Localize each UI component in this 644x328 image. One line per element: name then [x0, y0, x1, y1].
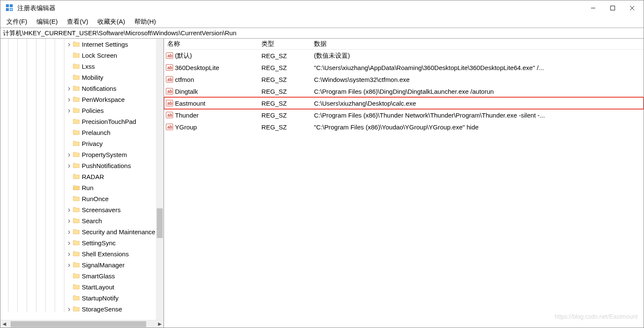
window-title: 注册表编辑器 [17, 4, 56, 12]
expander-icon[interactable]: › [66, 205, 72, 214]
folder-icon [72, 239, 80, 246]
list-header: 名称 类型 数据 [164, 39, 644, 50]
tree-item-radar[interactable]: RADAR [0, 171, 164, 182]
value-row[interactable]: 360DesktopLiteREG_SZ"C:\Users\xiuzhang\A… [164, 62, 644, 73]
menu-edit[interactable]: 编辑(E) [35, 17, 59, 27]
menubar: 文件(F) 编辑(E) 查看(V) 收藏夹(A) 帮助(H) [0, 16, 644, 28]
tree-item-startupnotify[interactable]: StartupNotify [0, 292, 164, 303]
tree-item-smartglass[interactable]: SmartGlass [0, 270, 164, 281]
maximize-button[interactable] [603, 1, 622, 15]
scroll-right-icon[interactable]: ▶ [156, 321, 164, 327]
value-name-cell: 360DesktopLite [164, 64, 258, 71]
tree-item-shell-extensions[interactable]: ›Shell Extensions [0, 248, 164, 259]
tree-item-storagesense[interactable]: ›StorageSense [0, 303, 164, 314]
expander-icon[interactable]: › [66, 95, 72, 104]
expander-icon[interactable]: › [66, 250, 72, 258]
folder-icon [72, 52, 80, 59]
value-row[interactable]: YGroupREG_SZ"C:\Program Files (x86)\Youd… [164, 121, 644, 133]
tree-item-label: Internet Settings [82, 41, 128, 48]
tree-item-settingsync[interactable]: ›SettingSync [0, 237, 164, 248]
tree-item-lock-screen[interactable]: Lock Screen [0, 50, 164, 61]
tree-item-security-and-maintenance[interactable]: ›Security and Maintenance [0, 226, 164, 237]
value-row[interactable]: DingtalkREG_SZC:\Program Files (x86)\Din… [164, 85, 644, 97]
expander-icon[interactable]: › [66, 227, 72, 236]
tree-item-screensavers[interactable]: ›Screensavers [0, 204, 164, 215]
tree-item-label: Security and Maintenance [82, 228, 155, 235]
expander-icon[interactable]: › [66, 106, 72, 115]
tree-item-signalmanager[interactable]: ›SignalManager [0, 259, 164, 270]
string-value-icon [166, 99, 173, 107]
expander-icon[interactable]: › [66, 305, 72, 314]
tree-item-label: Privacy [82, 140, 103, 147]
tree-item-run[interactable]: Run [0, 182, 164, 193]
expander-icon[interactable]: › [66, 84, 72, 93]
value-name: 360DesktopLite [175, 64, 219, 71]
svg-rect-8 [611, 6, 615, 10]
tree-item-label: Mobility [82, 74, 103, 81]
expander-icon[interactable]: › [66, 216, 72, 225]
values-list: 名称 类型 数据 (默认)REG_SZ(数值未设置)360DesktopLite… [164, 39, 644, 328]
folder-icon [72, 250, 80, 257]
scrollbar-thumb[interactable] [11, 321, 146, 327]
folder-icon [72, 96, 80, 103]
expander-icon[interactable]: › [66, 40, 72, 49]
tree-scrollbar-horizontal[interactable]: ◀ ▶ [0, 320, 164, 328]
minimize-button[interactable] [583, 1, 603, 15]
tree-item-penworkspace[interactable]: ›PenWorkspace [0, 94, 164, 105]
value-row[interactable]: (默认)REG_SZ(数值未设置) [164, 50, 644, 62]
tree-item-internet-settings[interactable]: ›Internet Settings [0, 39, 164, 50]
expander-icon[interactable]: › [66, 150, 72, 159]
folder-icon [72, 140, 80, 147]
menu-help[interactable]: 帮助(H) [133, 17, 158, 27]
expander-icon[interactable]: › [66, 238, 72, 247]
tree-item-propertysystem[interactable]: ›PropertySystem [0, 149, 164, 160]
scrollbar-thumb[interactable] [157, 208, 163, 238]
folder-icon [72, 63, 80, 70]
tree-item-label: SettingSync [82, 239, 116, 247]
scroll-left-icon[interactable]: ◀ [0, 321, 8, 327]
tree-item-notifications[interactable]: ›Notifications [0, 83, 164, 94]
tree-item-precisiontouchpad[interactable]: PrecisionTouchPad [0, 116, 164, 127]
column-header-name[interactable]: 名称 [164, 40, 258, 48]
tree-item-label: Screensavers [82, 206, 121, 213]
column-header-type[interactable]: 类型 [258, 40, 311, 48]
tree-item-pushnotifications[interactable]: ›PushNotifications [0, 160, 164, 171]
folder-icon [72, 228, 80, 235]
tree-item-runonce[interactable]: RunOnce [0, 193, 164, 204]
tree-item-startlayout[interactable]: StartLayout [0, 281, 164, 292]
svg-rect-5 [10, 10, 11, 11]
value-type: REG_SZ [258, 76, 311, 83]
value-row[interactable]: ctfmonREG_SZC:\Windows\system32\ctfmon.e… [164, 73, 644, 85]
value-row[interactable]: EastmountREG_SZC:\Users\xiuzhang\Desktop… [164, 97, 644, 109]
tree-scrollbar-vertical[interactable] [156, 39, 164, 320]
tree-item-label: Prelaunch [82, 129, 111, 136]
value-row[interactable]: ThunderREG_SZC:\Program Files (x86)\Thun… [164, 109, 644, 121]
value-data: C:\Users\xiuzhang\Desktop\calc.exe [311, 100, 539, 107]
string-value-icon [166, 87, 173, 95]
menu-file[interactable]: 文件(F) [5, 17, 29, 27]
tree-item-lxss[interactable]: Lxss [0, 61, 164, 72]
folder-icon [72, 74, 80, 81]
tree-item-label: RunOnce [82, 195, 108, 202]
tree-item-label: Notifications [82, 85, 117, 92]
tree-item-search[interactable]: ›Search [0, 215, 164, 226]
folder-icon [72, 206, 80, 213]
folder-icon [72, 129, 80, 136]
menu-view[interactable]: 查看(V) [65, 17, 90, 27]
tree-item-privacy[interactable]: Privacy [0, 138, 164, 149]
menu-favorites[interactable]: 收藏夹(A) [96, 17, 127, 27]
expander-icon[interactable]: › [66, 161, 72, 170]
tree-body[interactable]: ›Internet SettingsLock ScreenLxssMobilit… [0, 39, 164, 320]
folder-icon [72, 85, 80, 92]
value-name: YGroup [175, 123, 197, 131]
address-bar[interactable]: 计算机\HKEY_CURRENT_USER\Software\Microsoft… [0, 28, 644, 39]
string-value-icon [166, 123, 173, 131]
tree-item-prelaunch[interactable]: Prelaunch [0, 127, 164, 138]
list-body[interactable]: (默认)REG_SZ(数值未设置)360DesktopLiteREG_SZ"C:… [164, 50, 644, 133]
expander-icon[interactable]: › [66, 261, 72, 269]
column-header-data[interactable]: 数据 [311, 40, 644, 48]
address-text: 计算机\HKEY_CURRENT_USER\Software\Microsoft… [3, 29, 236, 37]
tree-item-policies[interactable]: ›Policies [0, 105, 164, 116]
close-button[interactable] [622, 1, 642, 15]
tree-item-mobility[interactable]: Mobility [0, 72, 164, 83]
